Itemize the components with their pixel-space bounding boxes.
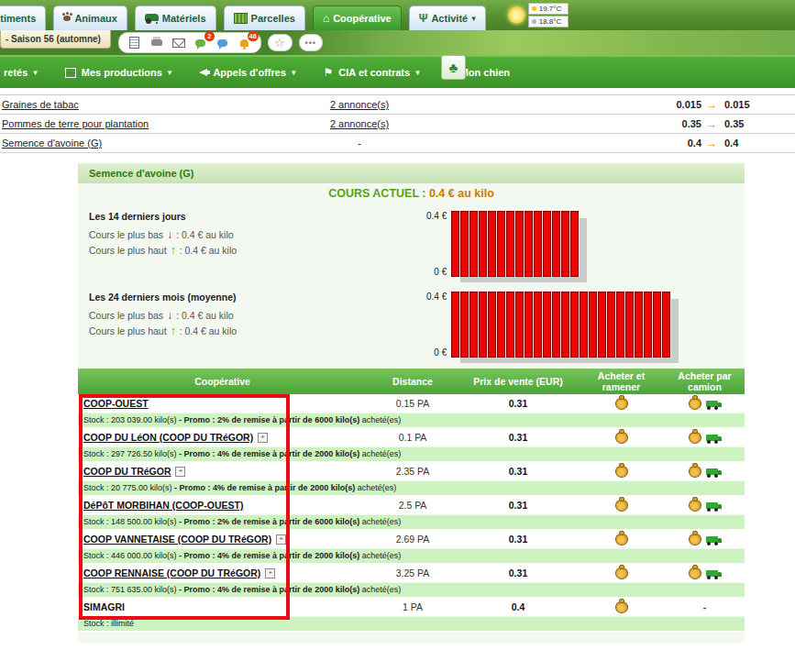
arrow-up-icon: ↑ xyxy=(171,246,176,255)
expand-icon[interactable]: + xyxy=(265,568,275,578)
moneybag-icon[interactable] xyxy=(689,432,701,444)
moneybag-icon[interactable] xyxy=(615,500,628,512)
favorite-star-button[interactable]: ☆ xyxy=(268,34,293,51)
truck-icon[interactable] xyxy=(706,536,718,543)
price-bar xyxy=(488,211,496,277)
coop-link[interactable]: COOP RENNAISE (COOP DU TRéGOR) xyxy=(83,567,260,578)
chart-24-months: Les 24 derniers mois (moyenne) Cours le … xyxy=(78,288,745,358)
moneybag-icon[interactable] xyxy=(689,398,701,410)
chevron-down-icon: ▾ xyxy=(471,14,476,23)
trend-arrow-icon: → xyxy=(705,138,717,149)
coop-row: COOP-OUEST + 0.15 PA 0.31 xyxy=(78,394,745,413)
tab-label: Coopérative xyxy=(333,13,392,24)
flag-icon: ⚑ xyxy=(324,67,334,78)
chevron-down-icon: ▾ xyxy=(33,68,38,77)
truck-icon[interactable] xyxy=(706,468,718,475)
tab-animaux[interactable]: Animaux xyxy=(53,6,127,30)
forum-icon[interactable] xyxy=(216,37,229,50)
tab-cooperative[interactable]: ⌂ Coopérative xyxy=(313,6,402,30)
coop-link[interactable]: COOP DU LéON (COOP DU TRéGOR) xyxy=(83,432,253,443)
tab-materiels[interactable]: Matériels xyxy=(135,6,216,30)
tab-batiments[interactable]: ⌂ timents xyxy=(0,6,46,30)
night-dot-icon xyxy=(532,19,536,24)
coop-row: COOP VANNETAISE (COOP DU TRéGOR) + 2.69 … xyxy=(78,530,745,549)
price-bar xyxy=(552,211,560,277)
tab-parcelles[interactable]: Parcelles xyxy=(224,6,305,30)
field-icon xyxy=(234,13,248,24)
menu-arretes[interactable]: retés ▾ xyxy=(4,67,38,78)
chart-title: Les 24 derniers mois (moyenne) xyxy=(89,292,426,303)
price-bar xyxy=(653,292,661,358)
high-label: Cours le plus haut xyxy=(89,245,167,256)
document-icon[interactable] xyxy=(128,37,141,50)
header-acheter-camion: Acheter par camion xyxy=(665,370,745,392)
price-bar xyxy=(469,292,478,358)
plant-icon[interactable]: ♣ xyxy=(441,55,466,80)
coop-link[interactable]: COOP DU TRéGOR xyxy=(83,466,171,477)
annonces-link[interactable]: 2 annonce(s) xyxy=(330,118,389,129)
menu-mes-productions[interactable]: Mes productions ▾ xyxy=(65,67,172,78)
season-tab[interactable]: - Saison 56 (automne) xyxy=(0,30,111,49)
temp-low-value: 18.8°C xyxy=(539,17,562,27)
price-bar xyxy=(561,292,569,358)
y-axis-max: 0.4 € xyxy=(426,292,447,302)
season-bar: - Saison 56 (automne) 2 46 ☆ ••• xyxy=(0,30,795,55)
arrow-down-icon: ↓ xyxy=(167,230,172,239)
truck-icon[interactable] xyxy=(706,435,718,441)
more-button[interactable]: ••• xyxy=(299,34,323,51)
moneybag-icon[interactable] xyxy=(615,466,628,478)
tab-activite[interactable]: Ψ Activité ▾ xyxy=(409,6,486,30)
moneybag-icon[interactable] xyxy=(689,534,701,545)
moneybag-icon[interactable] xyxy=(615,398,628,410)
expand-icon[interactable]: + xyxy=(276,534,286,545)
product-listing: Graines de tabac 2 annonce(s) 0.015 → 0.… xyxy=(0,88,795,153)
chat-icon[interactable]: 2 xyxy=(194,37,207,50)
menu-appels-offres[interactable]: Appels d'offres ▾ xyxy=(199,67,295,78)
product-link[interactable]: Pommes de terre pour plantation xyxy=(2,118,149,129)
price-value: 0.31 xyxy=(458,432,578,443)
moneybag-icon[interactable] xyxy=(689,567,701,579)
coop-row: COOP DU TRéGOR + 2.35 PA 0.31 xyxy=(78,462,745,481)
expand-icon[interactable]: + xyxy=(258,433,268,443)
weather-widget[interactable]: 19.7°C 18.8°C xyxy=(508,3,569,28)
stock-row: Stock : illimité xyxy=(78,617,745,632)
distance-value: 0.1 PA xyxy=(367,432,458,443)
menu-cia-contrats[interactable]: ⚑ CIA et contrats ▾ xyxy=(324,67,420,78)
moneybag-icon[interactable] xyxy=(615,432,628,444)
price-value: 0.4 xyxy=(458,601,578,612)
current-price-heading: COURS ACTUEL : 0.4 € au kilo xyxy=(78,187,745,202)
moneybag-icon[interactable] xyxy=(689,500,701,512)
coop-link[interactable]: COOP-OUEST xyxy=(83,398,149,409)
truck-icon[interactable] xyxy=(706,502,718,509)
price-bar xyxy=(534,211,542,277)
listing-row-partial xyxy=(0,88,795,95)
price-value: 0.31 xyxy=(458,567,578,578)
coop-link[interactable]: DéPôT MORBIHAN (COOP-OUEST) xyxy=(83,500,243,511)
expand-icon[interactable]: + xyxy=(175,467,185,477)
menu-label: CIA et contrats xyxy=(338,67,410,78)
annonces-link[interactable]: 2 annonce(s) xyxy=(330,99,389,110)
chevron-down-icon: ▾ xyxy=(168,68,172,77)
truck-icon[interactable] xyxy=(706,401,718,407)
moneybag-icon[interactable] xyxy=(615,534,628,545)
low-label: Cours le plus bas xyxy=(89,229,163,240)
product-link[interactable]: Semence d'avoine (G) xyxy=(2,138,102,149)
moneybag-icon[interactable] xyxy=(689,466,701,478)
y-axis-min: 0 € xyxy=(434,267,447,277)
price-bar xyxy=(561,211,569,277)
price-bar xyxy=(460,211,469,277)
price-bar xyxy=(580,292,588,358)
mail-icon[interactable] xyxy=(172,37,185,50)
truck-icon[interactable] xyxy=(706,570,718,577)
bell-icon[interactable]: 46 xyxy=(238,37,251,50)
moneybag-icon[interactable] xyxy=(615,601,628,613)
menu-label: retés xyxy=(4,67,28,78)
distance-value: 2.5 PA xyxy=(367,500,458,511)
moneybag-icon[interactable] xyxy=(615,567,628,579)
product-link[interactable]: Graines de tabac xyxy=(2,99,79,110)
printer-icon[interactable] xyxy=(150,37,163,50)
coop-link[interactable]: COOP VANNETAISE (COOP DU TRéGOR) xyxy=(83,534,271,545)
price-bar xyxy=(598,292,606,358)
header-distance: Distance xyxy=(367,376,458,387)
arrow-up-icon: ↑ xyxy=(171,326,176,336)
